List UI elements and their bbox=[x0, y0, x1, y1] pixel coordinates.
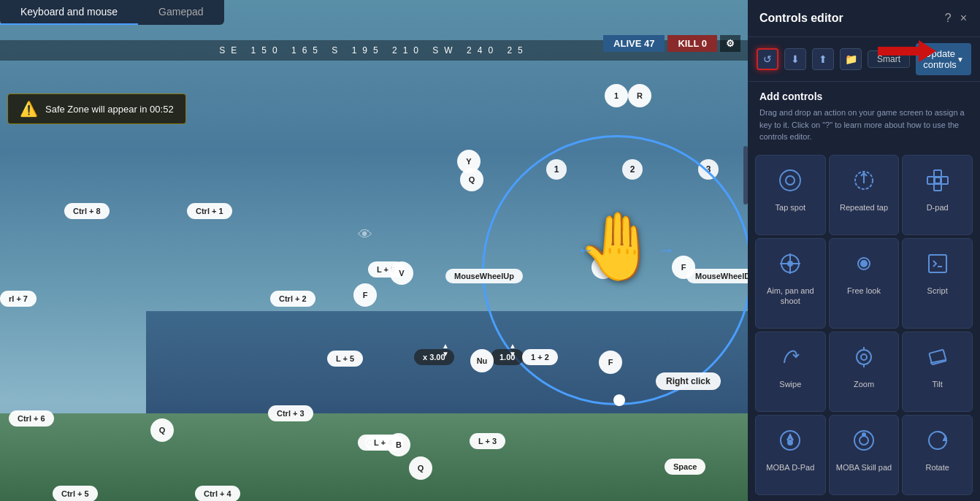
swipe-label: Swipe bbox=[779, 379, 801, 389]
mousewheel-up-label: MouseWheelUp bbox=[445, 269, 523, 283]
settings-gear[interactable]: ⚙ bbox=[720, 35, 740, 52]
add-controls-desc: Drag and drop an action on your game scr… bbox=[759, 107, 968, 143]
control-script[interactable]: Script bbox=[902, 238, 973, 329]
arrow-right-icon: → bbox=[657, 240, 675, 260]
l5-btn[interactable]: L + 5 bbox=[327, 351, 363, 367]
tab-gamepad[interactable]: Gamepad bbox=[138, 0, 223, 25]
warning-text: Safe Zone will appear in 00:52 bbox=[45, 104, 174, 115]
tap-spot-icon bbox=[774, 164, 806, 196]
ctrl4b-btn[interactable]: Ctrl + 4 bbox=[195, 486, 240, 501]
control-free-look[interactable]: Free look bbox=[829, 238, 900, 329]
script-icon bbox=[922, 248, 954, 280]
red-arrow-overlay bbox=[878, 40, 936, 62]
f3-btn[interactable]: F bbox=[599, 351, 622, 374]
svg-rect-14 bbox=[929, 255, 946, 272]
folder-icon-btn[interactable]: 📁 bbox=[840, 48, 862, 70]
dpad-label: D-pad bbox=[927, 202, 949, 213]
sidebar-toolbar: ↺ ⬇ ⬆ 📁 Smart Update controls ▼ bbox=[748, 37, 980, 82]
svg-point-1 bbox=[786, 176, 795, 185]
svg-point-13 bbox=[861, 261, 867, 267]
alive-box: ALIVE 47 bbox=[603, 35, 665, 52]
dpad-icon bbox=[922, 164, 954, 196]
control-moba-dpad[interactable]: MOBA D-Pad bbox=[755, 415, 826, 495]
eye-icon[interactable]: 👁 bbox=[358, 226, 372, 243]
yq-btn[interactable]: Q bbox=[460, 168, 483, 191]
moba-dpad-icon bbox=[774, 424, 806, 456]
hud-status: ALIVE 47 KILL 0 ⚙ bbox=[603, 35, 740, 52]
red-arrow-icon bbox=[878, 40, 936, 62]
ctrl7-btn[interactable]: rl + 7 bbox=[0, 291, 37, 307]
control-dpad[interactable]: D-pad bbox=[902, 155, 973, 235]
close-icon[interactable]: × bbox=[959, 10, 968, 26]
tabs-bar: Keyboard and mouse Gamepad bbox=[0, 0, 224, 25]
save-icon-btn[interactable]: ⬇ bbox=[784, 48, 806, 70]
control-tilt[interactable]: Tilt bbox=[902, 332, 973, 412]
ctrl1-btn[interactable]: Ctrl + 1 bbox=[187, 203, 232, 219]
v-btn[interactable]: V bbox=[390, 261, 413, 285]
warning-banner: ⚠️ Safe Zone will appear in 00:52 bbox=[7, 93, 186, 124]
l3-btn[interactable]: L + 3 bbox=[470, 433, 505, 449]
plus2-label[interactable]: 1 + 2 bbox=[522, 349, 558, 365]
value-stepper-1[interactable]: ▲▼ bbox=[442, 342, 449, 358]
tilt-label: Tilt bbox=[933, 379, 943, 389]
aim-icon bbox=[774, 248, 806, 280]
ctrl6-btn[interactable]: Ctrl + 6 bbox=[9, 410, 54, 427]
game-viewport: Keyboard and mouse Gamepad SE 150 165 S … bbox=[0, 0, 748, 501]
moba-skill-pad-icon bbox=[848, 424, 880, 456]
q2-btn[interactable]: Q bbox=[150, 418, 174, 442]
svg-point-16 bbox=[857, 350, 871, 364]
ctrl3-btn[interactable]: Ctrl + 3 bbox=[268, 405, 313, 421]
help-icon[interactable]: ? bbox=[943, 10, 953, 26]
control-swipe[interactable]: Swipe bbox=[755, 332, 826, 412]
controls-grid: Tap spot Repeated tap D-pad bbox=[748, 149, 980, 502]
control-tap-spot[interactable]: Tap spot bbox=[755, 155, 826, 235]
ctrl8-btn[interactable]: Ctrl + 8 bbox=[64, 203, 110, 219]
moba-skill-label: MOBA Skill pad bbox=[836, 462, 892, 473]
export-icon-btn[interactable]: ⬆ bbox=[812, 48, 834, 70]
sidebar: Controls editor ? × ↺ ⬇ ⬆ 📁 Smart Update… bbox=[748, 0, 980, 501]
space-btn[interactable]: Space bbox=[665, 459, 705, 475]
control-rotate[interactable]: Rotate bbox=[902, 415, 973, 495]
add-controls-section: Add controls Drag and drop an action on … bbox=[748, 82, 980, 149]
right-click-label: Right click bbox=[656, 372, 721, 390]
kill-count: 0 bbox=[702, 38, 707, 49]
tap-spot-label: Tap spot bbox=[776, 202, 806, 213]
ctrl5-btn[interactable]: Ctrl + 5 bbox=[53, 486, 98, 501]
sidebar-header: Controls editor ? × bbox=[748, 0, 980, 37]
kill-label: KILL bbox=[678, 38, 699, 49]
warning-icon: ⚠️ bbox=[20, 100, 38, 118]
tab-keyboard-mouse[interactable]: Keyboard and mouse bbox=[0, 0, 138, 25]
nu-btn[interactable]: Nu bbox=[470, 349, 494, 372]
alive-count: 47 bbox=[644, 38, 654, 49]
r-btn[interactable]: R bbox=[628, 84, 651, 107]
control-moba-skill-pad[interactable]: MOBA Skill pad bbox=[829, 415, 900, 495]
zoom-label: Zoom bbox=[854, 379, 874, 389]
svg-point-0 bbox=[780, 170, 800, 191]
svg-point-25 bbox=[860, 436, 868, 445]
rotate-label: Rotate bbox=[925, 462, 949, 473]
repeated-tap-label: Repeated tap bbox=[840, 202, 888, 213]
sidebar-header-icons: ? × bbox=[943, 10, 968, 26]
f1-btn[interactable]: F bbox=[353, 283, 377, 307]
alive-label: ALIVE bbox=[613, 38, 641, 49]
control-zoom[interactable]: Zoom bbox=[829, 332, 900, 412]
free-look-label: Free look bbox=[847, 286, 881, 296]
ground-bg bbox=[0, 413, 748, 501]
q-btn[interactable]: Q bbox=[409, 456, 432, 480]
svg-point-26 bbox=[862, 433, 865, 436]
b-btn[interactable]: B bbox=[387, 433, 410, 456]
tilt-icon bbox=[922, 341, 954, 373]
svg-point-11 bbox=[788, 261, 792, 266]
ctrl2-btn[interactable]: Ctrl + 2 bbox=[270, 291, 315, 307]
value-stepper-2[interactable]: ▲▼ bbox=[509, 342, 516, 358]
dropdown-arrow-icon: ▼ bbox=[957, 56, 964, 64]
control-aim-pan-shoot[interactable]: Aim, pan and shoot bbox=[755, 238, 826, 329]
svg-point-23 bbox=[788, 440, 792, 445]
control-repeated-tap[interactable]: Repeated tap bbox=[829, 155, 900, 235]
circle-dot bbox=[613, 394, 625, 406]
scrollbar-handle[interactable] bbox=[743, 146, 748, 204]
repeated-tap-icon bbox=[848, 164, 880, 196]
num1-top-btn[interactable]: 1 bbox=[605, 84, 628, 107]
arrow-left-icon: ← bbox=[577, 240, 594, 260]
reset-icon-btn[interactable]: ↺ bbox=[757, 48, 778, 70]
